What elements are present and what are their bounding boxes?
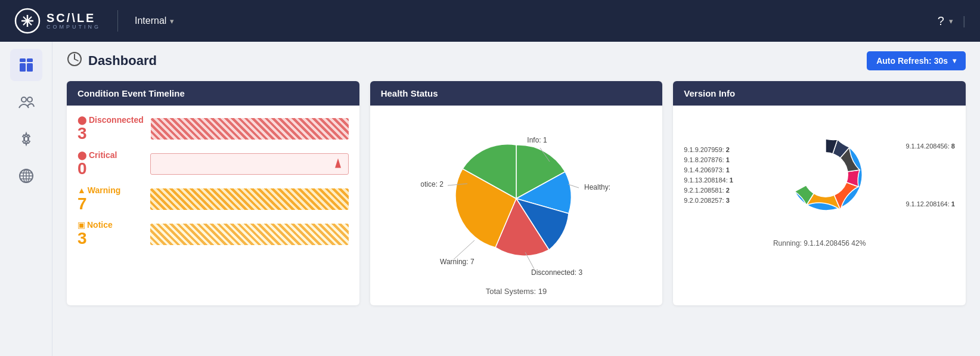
condition-timeline-header: Condition Event Timeline [67,81,359,106]
tl-label-disconnected: ⬤ Disconnected 3 [77,115,144,143]
health-pie-chart: Info: 1 Healthy: 6 Notice: 2 Warning: 7 … [421,115,612,282]
nav-divider [117,10,118,32]
warning-status-icon: ▲ [77,185,86,195]
donut-container [778,115,873,234]
disconnected-status-icon: ⬤ [77,115,87,125]
network-icon [18,168,35,184]
svg-point-10 [27,97,32,102]
version-label-2: 9.1.8.207876: 1 [684,156,761,163]
page-title-area: Dashboard [67,51,157,70]
notice-status-icon: ▣ [77,220,85,230]
auto-refresh-chevron-icon: ▾ [953,57,956,65]
top-navigation: SC/\LE COMPUTING Internal ▾ ? ▾ | [0,0,980,42]
help-icon[interactable]: ? [938,14,944,28]
tl-label-warning: ▲ Warning 7 [77,185,143,213]
users-icon [18,94,35,110]
timeline-item-warning: ▲ Warning 7 [77,185,349,213]
version-label-6: 9.2.0.208257: 3 [684,197,761,204]
version-label-7: 9.1.14.208456: 8 [889,143,955,150]
timeline-item-critical: ⬤ Critical 0 [77,150,349,178]
version-donut-chart [778,115,873,234]
gear-icon [18,131,35,147]
tl-bar-disconnected [151,118,349,140]
tl-bar-notice [150,224,349,245]
critical-status-icon: ⬤ [77,150,87,160]
help-chevron-icon: ▾ [949,17,953,26]
pie-label-warning: Warning: 7 [440,258,475,266]
svg-line-24 [454,240,475,259]
version-label-1: 9.1.9.207959: 2 [684,146,761,153]
cluster-name: Internal [135,16,166,26]
timeline-item-notice: ▣ Notice 3 [77,220,349,248]
condition-timeline-body: ⬤ Disconnected 3 [67,106,359,258]
pie-label-healthy: Healthy: 6 [584,183,612,191]
main-content: Dashboard Auto Refresh: 30s ▾ Condition … [52,42,980,356]
svg-point-26 [803,152,848,197]
dashboard-icon [18,57,35,73]
logo-brand: SC/\LE [46,11,101,24]
version-labels-left: 9.1.9.207959: 2 9.1.8.207876: 1 9.1.4.20… [684,146,761,204]
pie-label-disconnected: Disconnected: 3 [531,268,582,277]
cluster-selector[interactable]: Internal ▾ [135,16,174,26]
pie-label-info: Info: 1 [527,136,547,144]
timeline-item-disconnected: ⬤ Disconnected 3 [77,115,349,143]
sidebar-item-network[interactable] [10,160,42,192]
nav-left: SC/\LE COMPUTING Internal ▾ [14,8,174,34]
tl-title-disconnected: Disconnected [89,115,144,125]
tl-count-notice: 3 [77,230,143,248]
tl-title-critical: Critical [89,150,117,160]
svg-rect-6 [27,58,33,62]
timeline-list: ⬤ Disconnected 3 [77,115,349,248]
version-info-header: Version Info [673,81,966,106]
version-running-label: Running: 9.1.14.208456 42% [773,239,866,247]
dashboard-grid: Condition Event Timeline ⬤ Disconnected … [67,81,966,305]
tl-bar-critical [150,153,349,175]
svg-rect-7 [20,63,26,72]
logo: SC/\LE COMPUTING [14,8,101,34]
svg-line-20 [75,59,78,61]
scale-logo-icon [14,8,41,34]
svg-point-9 [21,97,26,102]
tl-count-critical: 0 [77,160,143,178]
version-label-5: 9.2.1.208581: 2 [684,187,761,194]
version-label-4: 9.1.13.208184: 1 [684,177,761,184]
tl-count-warning: 7 [77,195,143,213]
tl-title-warning: Warning [88,185,120,195]
svg-rect-8 [27,63,33,72]
version-label-8: 9.1.12.208164: 1 [889,200,955,208]
dashboard-page-icon [67,51,82,70]
auto-refresh-label: Auto Refresh: 30s [876,56,948,66]
cluster-chevron-icon: ▾ [170,17,174,26]
version-layout: 9.1.9.207959: 2 9.1.8.207876: 1 9.1.4.20… [684,115,955,234]
sidebar-item-users[interactable] [10,86,42,118]
health-status-header: Health Status [370,81,663,106]
health-status-body: Info: 1 Healthy: 6 Notice: 2 Warning: 7 … [370,106,663,305]
page-header: Dashboard Auto Refresh: 30s ▾ [67,51,966,70]
auto-refresh-button[interactable]: Auto Refresh: 30s ▾ [867,51,966,70]
logo-sub: COMPUTING [46,24,101,30]
tl-bar-warning [150,188,349,210]
version-labels-right: 9.1.14.208456: 8 9.1.12.208164: 1 [889,143,955,208]
tl-count-disconnected: 3 [77,125,144,143]
svg-rect-5 [20,58,26,62]
tl-label-critical: ⬤ Critical 0 [77,150,143,178]
version-info-body: 9.1.9.207959: 2 9.1.8.207876: 1 9.1.4.20… [673,106,966,257]
tl-title-notice: Notice [87,220,113,230]
nav-right: ? ▾ | [938,14,966,28]
logo-text-block: SC/\LE COMPUTING [46,11,101,30]
version-label-3: 9.1.4.206973: 1 [684,166,761,174]
sidebar-item-dashboard[interactable] [10,49,42,81]
version-info-card: Version Info 9.1.9.207959: 2 9.1.8.20787… [673,81,966,305]
sidebar [0,42,52,356]
pie-label-notice: Notice: 2 [421,180,444,188]
health-pie-container: Info: 1 Healthy: 6 Notice: 2 Warning: 7 … [421,115,612,282]
condition-timeline-card: Condition Event Timeline ⬤ Disconnected … [67,81,359,305]
nav-right-divider: | [963,14,966,28]
sidebar-item-settings[interactable] [10,123,42,155]
health-total-label: Total Systems: 19 [486,287,547,296]
tl-label-notice: ▣ Notice 3 [77,220,143,248]
health-status-card: Health Status [370,81,663,305]
page-title: Dashboard [88,53,157,69]
page-layout: Dashboard Auto Refresh: 30s ▾ Condition … [0,42,980,356]
critical-spike-icon [335,159,341,168]
